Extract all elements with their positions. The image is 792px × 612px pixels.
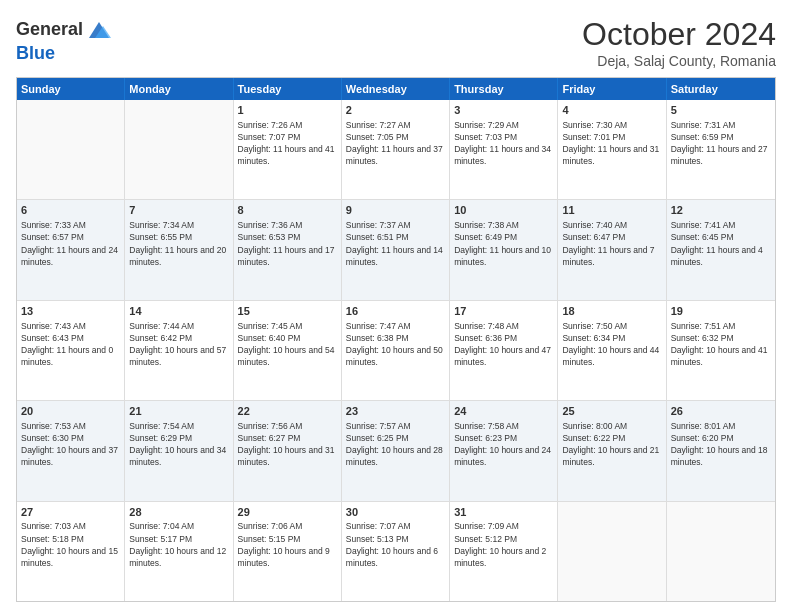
day-number: 12 [671,203,771,218]
cell-info: Sunrise: 7:04 AM Sunset: 5:17 PM Dayligh… [129,521,226,567]
cell-info: Sunrise: 7:07 AM Sunset: 5:13 PM Dayligh… [346,521,438,567]
day-number: 10 [454,203,553,218]
cell-info: Sunrise: 7:06 AM Sunset: 5:15 PM Dayligh… [238,521,330,567]
cell-info: Sunrise: 7:51 AM Sunset: 6:32 PM Dayligh… [671,321,768,367]
cell-info: Sunrise: 7:40 AM Sunset: 6:47 PM Dayligh… [562,220,654,266]
day-of-week-header: Wednesday [342,78,450,100]
calendar-day-cell: 23Sunrise: 7:57 AM Sunset: 6:25 PM Dayli… [342,401,450,500]
calendar-day-cell: 19Sunrise: 7:51 AM Sunset: 6:32 PM Dayli… [667,301,775,400]
cell-info: Sunrise: 7:41 AM Sunset: 6:45 PM Dayligh… [671,220,763,266]
cell-info: Sunrise: 7:34 AM Sunset: 6:55 PM Dayligh… [129,220,226,266]
calendar-day-cell: 3Sunrise: 7:29 AM Sunset: 7:03 PM Daylig… [450,100,558,199]
day-number: 20 [21,404,120,419]
calendar-day-cell: 4Sunrise: 7:30 AM Sunset: 7:01 PM Daylig… [558,100,666,199]
day-number: 31 [454,505,553,520]
cell-info: Sunrise: 7:58 AM Sunset: 6:23 PM Dayligh… [454,421,551,467]
day-number: 13 [21,304,120,319]
day-number: 7 [129,203,228,218]
title-block: October 2024 Deja, Salaj County, Romania [582,16,776,69]
day-number: 19 [671,304,771,319]
day-number: 23 [346,404,445,419]
day-number: 25 [562,404,661,419]
calendar-day-cell: 29Sunrise: 7:06 AM Sunset: 5:15 PM Dayli… [234,502,342,601]
day-number: 18 [562,304,661,319]
day-number: 2 [346,103,445,118]
calendar-body: 1Sunrise: 7:26 AM Sunset: 7:07 PM Daylig… [17,100,775,601]
calendar-day-cell [17,100,125,199]
header: General Blue October 2024 Deja, Salaj Co… [16,16,776,69]
cell-info: Sunrise: 7:43 AM Sunset: 6:43 PM Dayligh… [21,321,113,367]
day-of-week-header: Monday [125,78,233,100]
month-title: October 2024 [582,16,776,53]
calendar-day-cell: 8Sunrise: 7:36 AM Sunset: 6:53 PM Daylig… [234,200,342,299]
day-number: 4 [562,103,661,118]
cell-info: Sunrise: 7:44 AM Sunset: 6:42 PM Dayligh… [129,321,226,367]
logo: General Blue [16,16,113,64]
logo-general-text: General [16,20,83,40]
cell-info: Sunrise: 7:47 AM Sunset: 6:38 PM Dayligh… [346,321,443,367]
calendar-week-row: 6Sunrise: 7:33 AM Sunset: 6:57 PM Daylig… [17,200,775,300]
day-number: 28 [129,505,228,520]
day-number: 15 [238,304,337,319]
day-number: 21 [129,404,228,419]
calendar-day-cell: 26Sunrise: 8:01 AM Sunset: 6:20 PM Dayli… [667,401,775,500]
calendar-day-cell: 13Sunrise: 7:43 AM Sunset: 6:43 PM Dayli… [17,301,125,400]
calendar-day-cell: 16Sunrise: 7:47 AM Sunset: 6:38 PM Dayli… [342,301,450,400]
cell-info: Sunrise: 7:26 AM Sunset: 7:07 PM Dayligh… [238,120,335,166]
day-number: 30 [346,505,445,520]
calendar-day-cell: 7Sunrise: 7:34 AM Sunset: 6:55 PM Daylig… [125,200,233,299]
calendar-day-cell: 31Sunrise: 7:09 AM Sunset: 5:12 PM Dayli… [450,502,558,601]
day-number: 29 [238,505,337,520]
calendar-day-cell: 28Sunrise: 7:04 AM Sunset: 5:17 PM Dayli… [125,502,233,601]
cell-info: Sunrise: 7:50 AM Sunset: 6:34 PM Dayligh… [562,321,659,367]
calendar-week-row: 13Sunrise: 7:43 AM Sunset: 6:43 PM Dayli… [17,301,775,401]
calendar-day-cell [667,502,775,601]
cell-info: Sunrise: 7:54 AM Sunset: 6:29 PM Dayligh… [129,421,226,467]
calendar-day-cell: 6Sunrise: 7:33 AM Sunset: 6:57 PM Daylig… [17,200,125,299]
calendar-day-cell: 22Sunrise: 7:56 AM Sunset: 6:27 PM Dayli… [234,401,342,500]
cell-info: Sunrise: 7:29 AM Sunset: 7:03 PM Dayligh… [454,120,551,166]
day-number: 1 [238,103,337,118]
calendar-day-cell: 24Sunrise: 7:58 AM Sunset: 6:23 PM Dayli… [450,401,558,500]
location: Deja, Salaj County, Romania [582,53,776,69]
cell-info: Sunrise: 7:27 AM Sunset: 7:05 PM Dayligh… [346,120,443,166]
calendar-week-row: 20Sunrise: 7:53 AM Sunset: 6:30 PM Dayli… [17,401,775,501]
calendar-day-cell: 21Sunrise: 7:54 AM Sunset: 6:29 PM Dayli… [125,401,233,500]
day-number: 26 [671,404,771,419]
calendar-day-cell: 14Sunrise: 7:44 AM Sunset: 6:42 PM Dayli… [125,301,233,400]
calendar: SundayMondayTuesdayWednesdayThursdayFrid… [16,77,776,602]
logo-blue-text: Blue [16,43,55,63]
calendar-day-cell: 10Sunrise: 7:38 AM Sunset: 6:49 PM Dayli… [450,200,558,299]
page: General Blue October 2024 Deja, Salaj Co… [0,0,792,612]
calendar-day-cell: 30Sunrise: 7:07 AM Sunset: 5:13 PM Dayli… [342,502,450,601]
calendar-week-row: 27Sunrise: 7:03 AM Sunset: 5:18 PM Dayli… [17,502,775,601]
calendar-day-cell: 9Sunrise: 7:37 AM Sunset: 6:51 PM Daylig… [342,200,450,299]
day-number: 24 [454,404,553,419]
calendar-day-cell: 2Sunrise: 7:27 AM Sunset: 7:05 PM Daylig… [342,100,450,199]
cell-info: Sunrise: 7:57 AM Sunset: 6:25 PM Dayligh… [346,421,443,467]
cell-info: Sunrise: 7:09 AM Sunset: 5:12 PM Dayligh… [454,521,546,567]
day-number: 5 [671,103,771,118]
day-number: 22 [238,404,337,419]
calendar-day-cell [558,502,666,601]
cell-info: Sunrise: 7:56 AM Sunset: 6:27 PM Dayligh… [238,421,335,467]
day-number: 16 [346,304,445,319]
day-number: 11 [562,203,661,218]
day-of-week-header: Thursday [450,78,558,100]
cell-info: Sunrise: 7:30 AM Sunset: 7:01 PM Dayligh… [562,120,659,166]
day-of-week-header: Tuesday [234,78,342,100]
cell-info: Sunrise: 7:38 AM Sunset: 6:49 PM Dayligh… [454,220,551,266]
calendar-week-row: 1Sunrise: 7:26 AM Sunset: 7:07 PM Daylig… [17,100,775,200]
day-number: 27 [21,505,120,520]
calendar-day-cell: 17Sunrise: 7:48 AM Sunset: 6:36 PM Dayli… [450,301,558,400]
day-number: 3 [454,103,553,118]
calendar-day-cell: 27Sunrise: 7:03 AM Sunset: 5:18 PM Dayli… [17,502,125,601]
calendar-day-cell: 25Sunrise: 8:00 AM Sunset: 6:22 PM Dayli… [558,401,666,500]
day-number: 6 [21,203,120,218]
calendar-day-cell [125,100,233,199]
calendar-day-cell: 5Sunrise: 7:31 AM Sunset: 6:59 PM Daylig… [667,100,775,199]
cell-info: Sunrise: 8:00 AM Sunset: 6:22 PM Dayligh… [562,421,659,467]
day-number: 9 [346,203,445,218]
calendar-day-cell: 1Sunrise: 7:26 AM Sunset: 7:07 PM Daylig… [234,100,342,199]
calendar-day-cell: 20Sunrise: 7:53 AM Sunset: 6:30 PM Dayli… [17,401,125,500]
